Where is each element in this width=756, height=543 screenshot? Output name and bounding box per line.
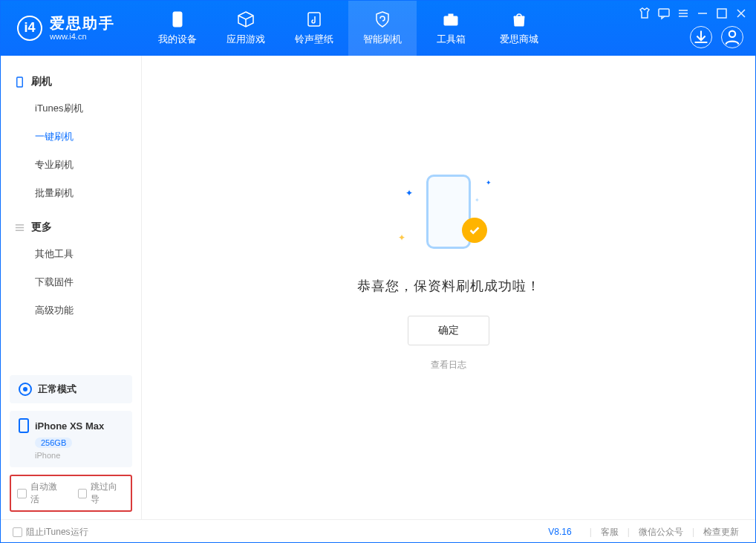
maximize-icon[interactable] (715, 7, 729, 20)
device-phone-icon (19, 418, 29, 433)
view-log-link[interactable]: 查看日志 (431, 359, 466, 371)
menu-icon[interactable] (677, 7, 690, 20)
phone-icon (169, 10, 186, 28)
checkbox-label: 自动激活 (30, 481, 65, 506)
sidebar-item-other-tools[interactable]: 其他工具 (1, 240, 141, 268)
window-controls (638, 7, 748, 20)
list-icon (14, 222, 25, 233)
check-icon (462, 218, 487, 243)
mode-label: 正常模式 (38, 383, 76, 396)
checkbox-label: 阻止iTunes运行 (26, 526, 88, 539)
svg-rect-5 (717, 9, 726, 18)
sidebar-item-download-firmware[interactable]: 下载固件 (1, 268, 141, 296)
nav-store[interactable]: 爱思商城 (485, 1, 553, 56)
svg-rect-0 (173, 12, 182, 27)
svg-rect-1 (308, 13, 320, 26)
nav-label: 爱思商城 (500, 33, 538, 46)
checkbox-stop-itunes[interactable]: 阻止iTunes运行 (13, 526, 88, 539)
checkbox-auto-activate[interactable]: 自动激活 (17, 481, 65, 506)
device-storage-badge: 256GB (35, 438, 72, 448)
wechat-link[interactable]: 微信公众号 (634, 526, 688, 539)
version-label: V8.16 (548, 527, 571, 537)
nav-ringtones[interactable]: 铃声壁纸 (280, 1, 348, 56)
sidebar-item-pro-flash[interactable]: 专业刷机 (1, 151, 141, 179)
shopping-bag-icon (510, 10, 528, 28)
nav-label: 应用游戏 (227, 33, 265, 46)
feedback-icon[interactable] (657, 7, 671, 20)
sidebar-section-flash: 刷机 (1, 69, 141, 94)
checkbox-icon (13, 527, 22, 537)
sidebar-item-batch-flash[interactable]: 批量刷机 (1, 179, 141, 207)
section-label: 刷机 (31, 75, 52, 88)
nav-toolbox[interactable]: 工具箱 (417, 1, 485, 56)
download-icon[interactable] (690, 26, 712, 48)
checkbox-icon (78, 489, 88, 498)
nav-label: 铃声壁纸 (295, 33, 333, 46)
tshirt-icon[interactable] (638, 7, 651, 20)
brand-name: 爱思助手 (50, 15, 115, 32)
svg-rect-2 (444, 16, 457, 25)
checkbox-skip-guide[interactable]: 跳过向导 (78, 481, 126, 506)
support-link[interactable]: 客服 (596, 526, 623, 539)
nav-label: 工具箱 (437, 33, 466, 46)
device-card[interactable]: iPhone XS Max 256GB iPhone (10, 411, 132, 467)
svg-rect-7 (17, 77, 23, 86)
header: i4 爱思助手 www.i4.cn 我的设备 应用游戏 铃声壁纸 智能刷机 工具… (1, 1, 755, 56)
svg-point-6 (729, 31, 735, 37)
logo-area[interactable]: i4 爱思助手 www.i4.cn (1, 15, 128, 42)
header-actions (690, 26, 743, 48)
checkbox-label: 跳过向导 (91, 481, 125, 506)
nav-my-device[interactable]: 我的设备 (143, 1, 212, 56)
device-name: iPhone XS Max (35, 420, 104, 432)
sidebar-item-itunes-flash[interactable]: iTunes刷机 (1, 94, 141, 123)
cube-icon (237, 10, 255, 28)
success-illustration: ✦✦✦✦ (404, 175, 493, 256)
footer: 阻止iTunes运行 V8.16 | 客服 | 微信公众号 | 检查更新 (1, 519, 755, 543)
device-type: iPhone (35, 451, 123, 460)
sidebar: 刷机 iTunes刷机 一键刷机 专业刷机 批量刷机 更多 其他工具 下载固件 … (1, 56, 142, 519)
main-content: ✦✦✦✦ 恭喜您，保资料刷机成功啦！ 确定 查看日志 (142, 56, 755, 519)
checkbox-icon (17, 489, 27, 498)
top-nav: 我的设备 应用游戏 铃声壁纸 智能刷机 工具箱 爱思商城 (143, 1, 553, 56)
briefcase-icon (442, 10, 460, 28)
close-icon[interactable] (734, 7, 748, 20)
mode-card[interactable]: 正常模式 (10, 375, 132, 403)
brand-domain: www.i4.cn (50, 32, 115, 42)
svg-rect-4 (659, 9, 669, 16)
user-icon[interactable] (721, 26, 743, 48)
music-note-icon (305, 10, 323, 28)
success-message: 恭喜您，保资料刷机成功啦！ (357, 277, 541, 295)
minimize-icon[interactable] (696, 7, 709, 20)
logo-icon: i4 (17, 16, 42, 41)
sidebar-item-oneclick-flash[interactable]: 一键刷机 (1, 123, 141, 151)
svg-rect-3 (449, 14, 453, 16)
section-label: 更多 (31, 221, 52, 234)
sidebar-section-more: 更多 (1, 215, 141, 240)
ok-button[interactable]: 确定 (408, 316, 489, 345)
nav-label: 智能刷机 (363, 33, 402, 46)
mode-icon (19, 383, 32, 396)
nav-smart-flash[interactable]: 智能刷机 (348, 1, 417, 56)
options-highlight-box: 自动激活 跳过向导 (10, 475, 132, 512)
nav-label: 我的设备 (158, 33, 197, 46)
check-update-link[interactable]: 检查更新 (699, 526, 743, 539)
shield-refresh-icon (374, 10, 391, 28)
nav-apps-games[interactable]: 应用游戏 (212, 1, 280, 56)
sidebar-item-advanced[interactable]: 高级功能 (1, 296, 141, 325)
phone-outline-icon (14, 77, 25, 88)
